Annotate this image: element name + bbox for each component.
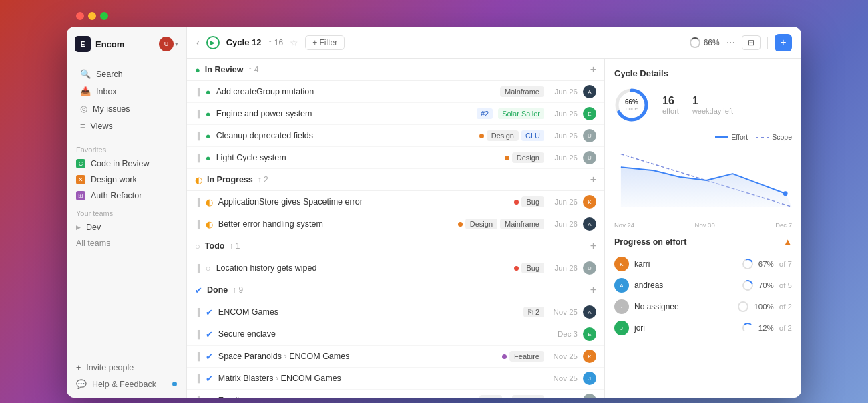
group-count: ↑ 9 — [232, 285, 243, 295]
dot-icon — [514, 266, 519, 271]
issue-title: Add createGroup mutation — [216, 87, 495, 96]
todo-status-icon: ○ — [195, 241, 200, 251]
group-title: Todo — [205, 241, 225, 251]
cycle-stats: 66% done 16 effort 1 weekday left — [614, 88, 792, 122]
date-label: Jun 26 — [550, 110, 578, 118]
issue-row[interactable]: ▐ ● Engine and power system #2 Solar Sai… — [187, 103, 604, 125]
filter-button[interactable]: + Filter — [305, 35, 345, 50]
issue-row[interactable]: ▐ ● Cleanup deprecated fields Design CLU… — [187, 125, 604, 147]
tag-feature: Feature — [509, 351, 544, 362]
in-progress-status-icon: ◐ — [195, 175, 202, 185]
back-button[interactable]: ‹ — [196, 37, 200, 48]
date-label: Jun 26 — [550, 88, 578, 96]
tag-group: Bug Design — [472, 395, 544, 398]
scope-legend-label: Scope — [772, 133, 792, 141]
cycle-icon: ▶ — [206, 36, 220, 49]
progress-label: Progress on effort — [614, 237, 686, 247]
window-control-maximize[interactable] — [100, 12, 108, 20]
weekday-label: weekday left — [692, 107, 733, 115]
group-add-button[interactable]: + — [590, 63, 596, 76]
window-control-minimize[interactable] — [88, 12, 96, 20]
group-header-todo: ○ Todo ↑ 1 + — [187, 235, 604, 257]
sidebar-item-dev[interactable]: ▶ Dev — [67, 219, 186, 235]
all-teams-link[interactable]: All teams — [67, 235, 186, 251]
effort-legend: Effort — [715, 133, 748, 141]
date-label: Jun 26 — [550, 132, 578, 140]
design-icon: ✕ — [76, 175, 85, 184]
dot-icon — [514, 200, 519, 205]
no-assignee-pct: 100% — [754, 303, 773, 311]
sidebar-item-my-issues[interactable]: ◎ My issues — [71, 100, 182, 117]
your-teams-label: Your teams — [67, 204, 186, 219]
invite-people-button[interactable]: + Invite people — [67, 360, 186, 376]
cycle-progress-circle: 66% done — [614, 88, 649, 122]
progress-circle-icon — [690, 37, 700, 48]
bar-chart-icon: ▐ — [195, 352, 200, 360]
scope-legend: Scope — [756, 133, 792, 141]
sidebar-item-design-work[interactable]: ✕ Design work — [67, 172, 186, 188]
dot-icon — [502, 354, 507, 359]
in-review-status-icon: ● — [195, 65, 200, 75]
right-panel: Cycle Details 66% done — [604, 59, 801, 398]
issue-row[interactable]: ▐ ◐ Better error handling system Design … — [187, 213, 604, 235]
issue-row[interactable]: ▐ ● Add createGroup mutation Mainframe J… — [187, 81, 604, 103]
date-label: Jun 26 — [550, 198, 578, 206]
status-icon: ● — [206, 131, 211, 141]
karri-loader — [741, 257, 755, 271]
progress-row-no-assignee: - No assignee 100% of 2 — [614, 296, 792, 317]
group-add-button[interactable]: + — [590, 240, 596, 252]
plus-icon: + — [780, 37, 786, 49]
status-icon: ✔ — [206, 307, 213, 317]
sidebar-item-code-review[interactable]: C Code in Review — [67, 156, 186, 172]
issue-row[interactable]: ▐ ✔ Secure enclave Dec 3 E — [187, 323, 604, 346]
svg-point-3 — [783, 191, 788, 196]
issues-list: ● In Review ↑ 4 + ▐ ● Add createGroup mu… — [187, 59, 604, 398]
cycle-count: ↑ 16 — [268, 38, 283, 47]
window-control-close[interactable] — [76, 12, 84, 20]
sidebar-item-views[interactable]: ≡ Views — [71, 118, 182, 134]
date-label: Jun 26 — [550, 154, 578, 162]
chart-dates: Nov 24 Nov 30 Dec 7 — [614, 221, 792, 229]
issue-row[interactable]: ▐ ✔ Emojis Bug Design Jul 8 U — [187, 390, 604, 398]
andreas-of: of 5 — [779, 281, 792, 289]
issue-row[interactable]: ▐ ✔ Matrix Blasters › ENCOM Games Nov 25… — [187, 368, 604, 390]
andreas-avatar: A — [614, 278, 629, 293]
jori-loader — [742, 323, 753, 333]
sidebar-item-label: My issues — [93, 104, 130, 114]
issue-row[interactable]: ▐ ✔ Space Paranoids › ENCOM Games Featur… — [187, 346, 604, 368]
status-icon: ✔ — [206, 352, 213, 362]
issue-title: Emojis — [218, 396, 467, 398]
group-add-button[interactable]: + — [590, 284, 596, 296]
done-status-icon: ✔ — [195, 285, 202, 295]
issue-title: Light Cycle system — [216, 153, 499, 162]
sidebar-item-auth-refactor[interactable]: ⊞ Auth Refactor — [67, 188, 186, 204]
tag-mainframe: Mainframe — [500, 219, 544, 229]
cycle-label: Cycle 12 — [226, 37, 262, 47]
issue-row[interactable]: ▐ ✔ ENCOM Games ⎘ 2 Nov 25 A — [187, 301, 604, 323]
effort-line — [715, 136, 728, 138]
issue-row[interactable]: ▐ ● Light Cycle system Design Jun 26 U — [187, 147, 604, 169]
assignee-avatar: A — [583, 85, 596, 98]
sidebar-item-search[interactable]: 🔍 Search — [71, 65, 182, 82]
status-icon: ● — [206, 153, 211, 163]
issue-row[interactable]: ▐ ◐ ApplicationStore gives Spacetime err… — [187, 191, 604, 213]
status-icon: ✔ — [206, 396, 213, 398]
toolbar-left: ‹ ▶ Cycle 12 ↑ 16 ☆ + Filter — [196, 35, 345, 50]
effort-legend-label: Effort — [731, 133, 748, 141]
tag-group: Design — [505, 152, 544, 163]
help-feedback-button[interactable]: 💬 Help & Feedback — [67, 376, 186, 392]
status-icon: ◐ — [206, 197, 213, 207]
date-label: Nov 25 — [550, 308, 578, 316]
sidebar-item-inbox[interactable]: 📥 Inbox — [71, 83, 182, 100]
more-button[interactable]: ··· — [726, 37, 735, 49]
layout-toggle[interactable]: ⊟ — [742, 35, 761, 50]
warning-icon: ▲ — [783, 237, 792, 247]
karri-pct: 67% — [758, 260, 774, 268]
group-add-button[interactable]: + — [590, 174, 596, 186]
star-icon[interactable]: ☆ — [290, 37, 298, 48]
issue-row[interactable]: ▐ ○ Location history gets wiped Bug Jun … — [187, 257, 604, 279]
add-button[interactable]: + — [775, 34, 792, 51]
date-mid: Nov 30 — [695, 221, 715, 229]
user-menu[interactable]: U ▾ — [159, 37, 178, 51]
issue-title: Better error handling system — [218, 219, 453, 229]
